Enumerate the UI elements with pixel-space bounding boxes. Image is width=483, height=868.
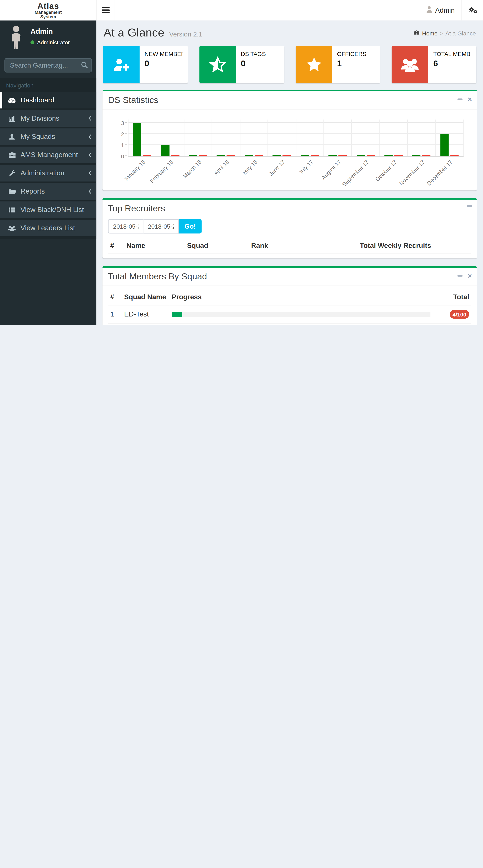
sidebar-item-administration[interactable]: Administration <box>0 165 96 182</box>
bar-green <box>329 155 337 156</box>
chevron-left-icon <box>88 134 92 140</box>
squad-name-cell: ED-Test2 <box>122 323 170 325</box>
home-icon <box>413 30 420 36</box>
sidebar-item-my-divisions[interactable]: My Divisions <box>0 110 96 127</box>
star-icon <box>295 46 332 83</box>
page-title: At a Glance <box>104 26 164 38</box>
gears-icon <box>467 5 477 15</box>
nav-section-label: Navigation <box>0 78 96 92</box>
x-axis-label: January 18 <box>123 159 146 182</box>
x-axis-label: March 18 <box>182 159 202 179</box>
chart-category: January 18 <box>128 120 157 156</box>
chart-category: April 18 <box>212 120 240 156</box>
stat-value: 0 <box>241 59 266 68</box>
chart-category: March 18 <box>184 120 212 156</box>
bar-green <box>440 134 449 156</box>
minimize-icon[interactable] <box>458 98 463 100</box>
bar-green <box>217 155 225 156</box>
briefcase-icon <box>7 152 17 158</box>
date-from-input[interactable] <box>108 219 144 234</box>
avatar <box>7 26 26 52</box>
stat-content: TOTAL MEMB...6 <box>428 46 476 83</box>
sidebar-item-label: My Squads <box>21 133 55 141</box>
column-header: Name <box>124 238 184 254</box>
bar-red <box>283 155 291 156</box>
logo-line2: Management <box>35 10 62 14</box>
list-icon <box>7 207 17 213</box>
bar-red <box>366 155 375 156</box>
minimize-icon[interactable] <box>467 205 472 207</box>
bar-red <box>311 155 319 156</box>
date-to-input[interactable] <box>143 219 179 234</box>
bar-red <box>255 155 263 156</box>
navbar-menu: Admin <box>419 0 483 21</box>
app-logo[interactable]: Atlas Management System <box>0 0 96 21</box>
sidebar-item-dashboard[interactable]: Dashboard <box>0 92 96 108</box>
bar-red <box>450 155 458 156</box>
sidebar-item-view-black-dnh-list[interactable]: View Black/DNH List <box>0 202 96 218</box>
stat-label: DS TAGS <box>241 50 266 57</box>
minimize-icon[interactable] <box>458 275 463 277</box>
chart-category: May 18 <box>240 120 268 156</box>
stat-content: NEW MEMBERS0 <box>140 46 188 83</box>
chart-category: July 17 <box>296 120 324 156</box>
chart-category: June 17 <box>268 120 296 156</box>
bar-green <box>133 123 141 156</box>
total-cell: 4/100 <box>433 305 472 323</box>
sidebar-item-label: Reports <box>21 188 45 195</box>
y-axis-label: 2 <box>112 131 124 137</box>
breadcrumb-separator: > <box>440 30 443 36</box>
ds-statistics-chart: 0123January 18February 18March 18April 1… <box>110 117 469 186</box>
user-menu[interactable]: Admin <box>419 0 461 21</box>
close-icon[interactable]: × <box>467 97 472 102</box>
chart-category: October 17 <box>380 120 408 156</box>
data-table: #Squad NameProgressTotal1ED-Test4/1002ED… <box>108 289 472 325</box>
x-axis-label: December 17 <box>426 159 454 187</box>
table-cell: 1 <box>108 305 122 323</box>
sidebar-item-ams-management[interactable]: AMS Management <box>0 147 96 163</box>
sidebar-user-name: Admin <box>30 27 70 35</box>
bar-red <box>143 155 151 156</box>
chart-category: February 18 <box>157 120 184 156</box>
table-header-row: #Squad NameProgressTotal <box>108 289 472 305</box>
content-header: At a Glance Version 2.1 Home > At a Glan… <box>103 25 477 45</box>
sidebar-item-label: My Divisions <box>21 115 59 122</box>
stat-value: 0 <box>145 59 183 68</box>
y-axis-tick <box>125 155 127 156</box>
table-cell: 2 <box>108 323 122 325</box>
sidebar-item-view-leaders-list[interactable]: View Leaders List <box>0 220 96 236</box>
sidebar-item-label: View Leaders List <box>21 224 75 232</box>
column-header: # <box>108 289 122 305</box>
sidebar-toggle-button[interactable] <box>96 0 115 21</box>
sidebar-item-label: Administration <box>21 169 64 177</box>
breadcrumb-home-link[interactable]: Home <box>422 30 437 36</box>
chart-category: November 17 <box>408 120 436 156</box>
y-axis-label: 0 <box>112 153 124 159</box>
search-icon[interactable] <box>81 61 88 70</box>
x-axis-label: October 17 <box>374 159 398 182</box>
bar-green <box>245 155 253 156</box>
y-axis-label: 3 <box>112 120 124 126</box>
y-axis-tick <box>125 145 127 145</box>
x-axis-label: July 17 <box>297 159 314 176</box>
sidebar-user-panel: Admin Administrator <box>0 21 96 55</box>
column-header: Progress <box>170 289 433 305</box>
person-icon <box>426 6 432 15</box>
search-input[interactable] <box>4 58 92 72</box>
chart-category: August 17 <box>324 120 352 156</box>
bar-green <box>301 155 309 156</box>
close-icon[interactable]: × <box>467 273 472 278</box>
user-icon <box>7 133 17 140</box>
go-button[interactable]: Go! <box>179 219 201 234</box>
sidebar-nav: Navigation DashboardMy DivisionsMy Squad… <box>0 78 96 239</box>
total-cell: 1/100 <box>433 323 472 325</box>
column-header: Rank <box>249 238 358 254</box>
x-axis-label: November 17 <box>398 159 426 187</box>
sidebar-item-my-squads[interactable]: My Squads <box>0 128 96 145</box>
settings-menu[interactable] <box>461 0 483 21</box>
column-header: Total Weekly Recruits <box>358 238 472 254</box>
sidebar-item-reports[interactable]: Reports <box>0 183 96 200</box>
stat-value: 1 <box>337 59 367 68</box>
bar-green <box>357 155 365 156</box>
x-axis-label: August 17 <box>320 159 342 181</box>
